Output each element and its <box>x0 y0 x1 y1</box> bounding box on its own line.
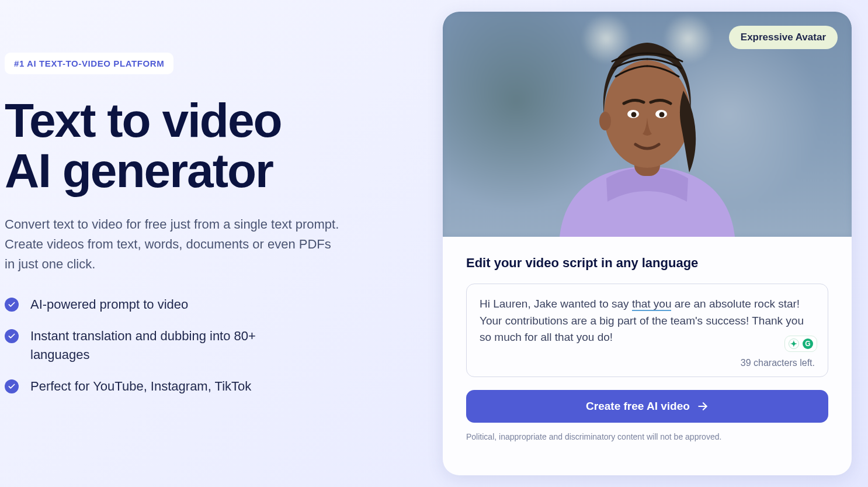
script-marked-phrase: that you <box>632 298 672 311</box>
grammarly-plus-icon: ✦ <box>789 339 799 349</box>
svg-point-5 <box>631 112 637 118</box>
grammarly-widget[interactable]: ✦ G <box>784 336 817 352</box>
content-policy-disclaimer: Political, inappropriate and discriminat… <box>466 432 828 441</box>
hero-headline: Text to video AI generator <box>5 95 419 196</box>
characters-remaining: 39 characters left. <box>741 358 815 368</box>
feature-text: Instant translation and dubbing into 80+… <box>30 327 311 364</box>
arrow-right-icon <box>697 400 709 412</box>
check-icon <box>5 379 19 393</box>
headline-line-1: Text to video <box>5 94 282 147</box>
feature-list: AI-powered prompt to video Instant trans… <box>5 295 419 396</box>
avatar-preview: Expressive Avatar <box>443 12 852 237</box>
feature-text: Perfect for YouTube, Instagram, TikTok <box>30 377 251 396</box>
check-icon <box>5 329 19 343</box>
script-text[interactable]: Hi Lauren, Jake wanted to say that you a… <box>480 296 815 352</box>
platform-badge: #1 AI TEXT-TO-VIDEO PLATFORM <box>5 53 173 74</box>
script-input[interactable]: Hi Lauren, Jake wanted to say that you a… <box>466 284 828 377</box>
feature-item: Perfect for YouTube, Instagram, TikTok <box>5 377 419 396</box>
feature-item: Instant translation and dubbing into 80+… <box>5 327 419 364</box>
feature-text: AI-powered prompt to video <box>30 295 188 314</box>
hero-subhead: Convert text to video for free just from… <box>5 215 343 274</box>
create-video-button[interactable]: Create free AI video <box>466 390 828 423</box>
hero-section: #1 AI TEXT-TO-VIDEO PLATFORM Text to vid… <box>5 12 419 475</box>
svg-point-6 <box>659 112 665 118</box>
generator-card: Expressive Avatar Edit your video script… <box>443 12 852 475</box>
editor-title: Edit your video script in any language <box>466 255 828 271</box>
avatar-figure <box>536 26 758 237</box>
cta-label: Create free AI video <box>586 400 690 413</box>
script-prefix: Hi Lauren, Jake wanted to say <box>480 298 632 310</box>
svg-point-2 <box>599 112 611 130</box>
check-icon <box>5 298 19 312</box>
grammarly-icon: G <box>803 339 813 349</box>
headline-line-2: AI generator <box>5 144 273 197</box>
feature-item: AI-powered prompt to video <box>5 295 419 314</box>
script-editor: Edit your video script in any language H… <box>443 237 852 475</box>
avatar-tag-badge: Expressive Avatar <box>729 26 838 49</box>
